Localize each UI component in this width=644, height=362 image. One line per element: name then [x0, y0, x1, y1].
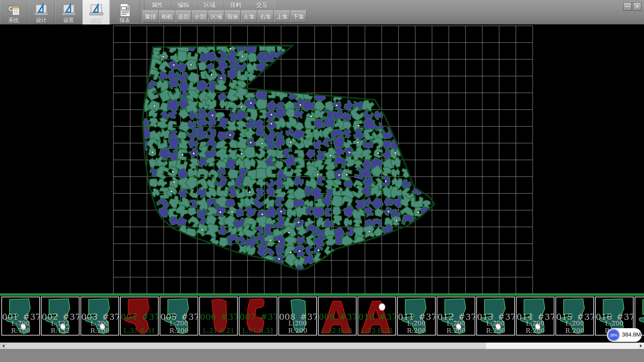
scroll-right-button[interactable]	[638, 343, 644, 349]
action-button-1[interactable]: 聚排	[143, 10, 159, 22]
action-button-4[interactable]: 全割	[192, 10, 208, 22]
menu-tab-1[interactable]: 属性	[144, 1, 170, 10]
nesting-ruler-icon	[89, 3, 104, 17]
part-cell-15[interactable]: 015_#37L:200 R:200	[555, 297, 594, 336]
part-quantity: L:32 R:31	[319, 327, 356, 334]
action-button-7[interactable]: 左靠	[241, 10, 257, 22]
main-button-system[interactable]: 系统	[0, 0, 27, 24]
part-cell-8[interactable]: 008_#37L:200 R:200	[278, 297, 317, 336]
close-button[interactable]: ×	[633, 2, 641, 11]
strip-separator-line-2	[0, 295, 644, 296]
part-quantity: L:200 R:200	[81, 319, 118, 334]
minimize-button[interactable]: —	[623, 2, 632, 11]
main-button-nesting[interactable]: 排版	[83, 0, 110, 24]
main-button-label: 系统	[8, 17, 19, 23]
part-cell-4[interactable]: 004_#37L:31 R:31	[120, 297, 159, 336]
action-button-10[interactable]: 下靠	[290, 10, 307, 22]
horizontal-scrollbar[interactable]	[0, 343, 644, 349]
part-quantity: L:200 R:200	[477, 319, 514, 334]
part-cell-12[interactable]: 012_#37L:200 R:200	[437, 297, 475, 336]
part-name: 004_#37	[121, 312, 158, 322]
report-document-icon	[117, 3, 132, 17]
action-button-3[interactable]: 选割	[175, 10, 192, 22]
action-button-6[interactable]: 瑕疵	[225, 10, 241, 22]
main-button-label: 排版	[91, 17, 102, 23]
main-button-settings[interactable]: 设置	[55, 0, 82, 24]
part-quantity: L:21 R:21	[200, 327, 237, 334]
part-cell-5[interactable]: 005_#37L:200 R:200	[160, 297, 198, 336]
system-gear-icon	[6, 3, 21, 17]
menu-tab-2[interactable]: 编辑	[170, 1, 197, 10]
menu-tab-3[interactable]: 区域	[197, 1, 223, 10]
part-quantity: L:200 R:200	[398, 319, 435, 334]
strip-separator-line	[0, 294, 644, 295]
part-quantity: L:31 R:31	[239, 327, 277, 334]
toolbar: 系统 设计 设置	[0, 0, 644, 24]
design-ruler-icon	[34, 3, 49, 17]
part-cell-2[interactable]: 002_#37L:132 R:132	[41, 297, 79, 336]
part-cell-7[interactable]: 007_#37L:31 R:31	[239, 297, 277, 336]
main-button-label: 报表	[119, 17, 130, 23]
part-cell-6[interactable]: 006_#37L:21 R:21	[199, 297, 238, 336]
part-quantity: L:31 R:31	[121, 327, 158, 334]
part-quantity: L:200 R:200	[517, 319, 554, 334]
action-button-8[interactable]: 右靠	[258, 10, 274, 22]
part-cell-1[interactable]: 001_#37L:700 R:700	[1, 297, 40, 336]
menu-tab-5[interactable]: 交互	[249, 1, 275, 10]
part-cell-14[interactable]: 014_#37L:200 R:200	[516, 297, 554, 336]
part-name: 007_#37	[239, 312, 277, 322]
nesting-canvas[interactable]	[0, 24, 644, 294]
progress-percent: 38%	[610, 333, 617, 337]
part-quantity: L:200 R:200	[556, 319, 593, 334]
part-name: 010_#37	[358, 312, 395, 322]
window-controls: — ×	[623, 2, 641, 11]
settings-ruler-icon	[61, 3, 76, 17]
action-button-2[interactable]: 相机	[159, 10, 175, 22]
part-quantity: L:200 R:200	[279, 319, 316, 334]
action-button-5[interactable]: 区域	[208, 10, 224, 22]
part-cell-11[interactable]: 011_#37L:200 R:200	[397, 297, 436, 336]
bottom-status-strip	[0, 349, 644, 362]
application-window: 系统 设计 设置	[0, 0, 644, 362]
parts-thumbnail-strip: 001_#37L:700 R:700002_#37L:132 R:132003_…	[0, 297, 644, 336]
action-button-9[interactable]: 上靠	[274, 10, 290, 22]
menu-tab-4[interactable]: 排料	[223, 1, 249, 10]
main-button-label: 设置	[63, 17, 74, 23]
part-quantity: L:200 R:200	[160, 319, 198, 334]
progress-circle: 38%	[607, 329, 620, 341]
part-cell-3[interactable]: 003_#37L:200 R:200	[80, 297, 119, 336]
status-badge: 38% 384.8M	[607, 328, 642, 342]
main-button-report[interactable]: 报表	[110, 0, 140, 24]
part-cell-13[interactable]: 013_#37L:200 R:200	[476, 297, 515, 336]
part-cell-9[interactable]: 009_#37L:32 R:31	[318, 297, 357, 336]
main-button-design[interactable]: 设计	[28, 0, 55, 24]
part-name: 009_#37	[319, 312, 356, 322]
scrollbar-thumb[interactable]	[6, 343, 486, 349]
main-button-label: 设计	[36, 17, 47, 23]
part-quantity: L:200 R:200	[437, 319, 475, 334]
menu-tab-bar: 属性编辑区域排料交互	[144, 1, 275, 10]
scroll-left-icon	[2, 344, 4, 348]
memory-usage: 384.8M	[622, 331, 641, 338]
part-quantity: L:700 R:700	[2, 319, 39, 334]
part-quantity: L:33 R:33	[358, 327, 395, 334]
scroll-left-button[interactable]	[0, 343, 6, 349]
scroll-right-icon	[640, 344, 642, 348]
part-name: 006_#37	[200, 312, 237, 322]
part-cell-10[interactable]: 010_#37L:33 R:33	[358, 297, 396, 336]
part-quantity: L:132 R:132	[42, 319, 79, 334]
action-button-bar: 聚排相机选割全割区域瑕疵左靠右靠上靠下靠	[143, 10, 307, 23]
